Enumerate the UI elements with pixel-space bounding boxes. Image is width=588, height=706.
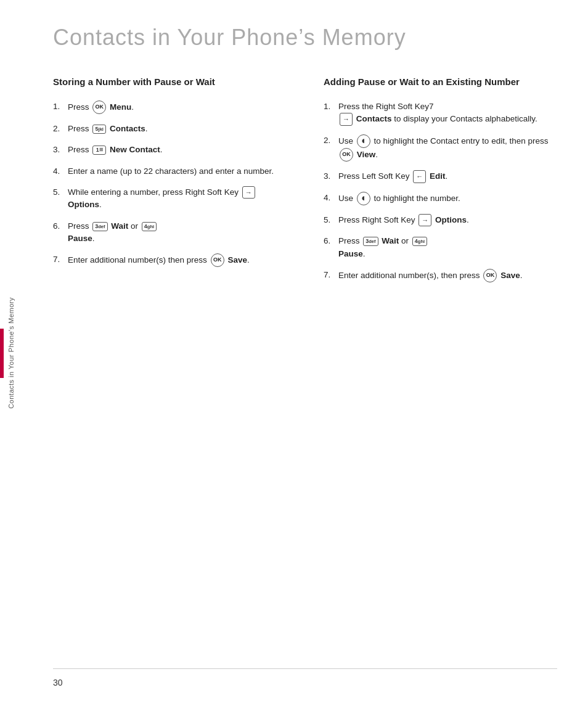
right-soft-key-arrow-r5: → [419,214,431,227]
key-1: 1 ☰ [92,146,106,155]
ok-key-save-r7: OK [483,269,497,282]
left-step-1-content: Press OK Menu. [68,101,287,114]
contacts-label-r1: Contacts [356,114,392,123]
key-3def-r6: 3 def [363,237,378,246]
key-3def: 3 def [92,222,107,231]
wait-label-r6: Wait [382,236,399,245]
right-step-7-content: Enter additional number(s), then press O… [338,269,557,282]
left-soft-key-arrow-r3: ← [413,170,426,183]
options-label-r5: Options [435,215,467,224]
left-step-3-num: 3. [53,144,68,156]
nav-key-r2: ◖ [357,134,370,148]
right-step-2-content: Use ◖ to highlight the Contact entry to … [338,134,557,162]
right-step-4-num: 4. [324,192,338,205]
left-section-heading: Storing a Number with Pause or Wait [53,75,287,88]
left-step-5-content: While entering a number, press Right Sof… [68,186,287,211]
new-contact-label: New Contact [110,145,160,154]
right-step-7-num: 7. [324,269,338,282]
key-4ghi-r6: 4 ghi [412,237,427,246]
page-title: Contacts in Your Phone’s Memory [53,25,557,51]
edit-label: Edit [430,171,446,181]
right-step-6-content: Press 3 def Wait or 4 ghi Pause. [338,235,557,260]
left-step-7-content: Enter additional number(s) then press OK… [68,253,287,267]
right-step-3: 3. Press Left Soft Key ← Edit. [324,170,557,183]
left-step-4-content: Enter a name (up to 22 characters) and e… [68,165,287,178]
right-step-6: 6. Press 3 def Wait or 4 ghi Pause. [324,235,557,260]
ok-key-save: OK [211,253,224,267]
save-label-r7: Save [500,270,520,279]
view-label: View [357,150,376,159]
right-column: Adding Pause or Wait to an Existing Numb… [324,75,557,291]
right-step-4: 4. Use ◖ to highlight the number. [324,192,557,205]
left-step-5-num: 5. [53,186,68,211]
left-step-5: 5. While entering a number, press Right … [53,186,287,211]
left-step-list: 1. Press OK Menu. 2. Press 5 jkl Contact… [53,101,287,267]
right-step-5: 5. Press Right Soft Key → Options. [324,214,557,227]
left-step-2: 2. Press 5 jkl Contacts. [53,123,287,135]
columns-container: Storing a Number with Pause or Wait 1. P… [53,75,557,291]
wait-label: Wait [111,221,128,231]
sidebar-label-container: Contacts in Your Phone's Memory [0,0,22,706]
left-step-4-num: 4. [53,165,68,178]
left-step-7-num: 7. [53,253,68,267]
right-step-7: 7. Enter additional number(s), then pres… [324,269,557,282]
right-soft-key-arrow-5: → [242,186,255,199]
right-step-2-num: 2. [324,134,338,162]
right-step-2: 2. Use ◖ to highlight the Contact entry … [324,134,557,162]
right-step-5-content: Press Right Soft Key → Options. [338,214,557,227]
right-step-1-content: Press the Right Soft Key7 → Contacts to … [338,101,557,126]
page-number: 30 [53,678,63,688]
left-step-6-content: Press 3 def Wait or 4 ghi Pause. [68,220,287,245]
bottom-divider [53,668,557,669]
left-step-3-content: Press 1 ☰ New Contact. [68,144,287,156]
left-column: Storing a Number with Pause or Wait 1. P… [53,75,287,291]
left-step-7: 7. Enter additional number(s) then press… [53,253,287,267]
right-step-3-content: Press Left Soft Key ← Edit. [338,170,557,183]
ok-key-view: OK [340,148,353,162]
key-4ghi: 4 ghi [142,222,157,231]
pause-label: Pause [68,234,92,243]
left-step-2-content: Press 5 jkl Contacts. [68,123,287,135]
right-step-3-num: 3. [324,170,338,183]
right-section-heading: Adding Pause or Wait to an Existing Numb… [324,75,557,88]
contacts-label: Contacts [110,124,145,133]
left-step-4: 4. Enter a name (up to 22 characters) an… [53,165,287,178]
right-step-6-num: 6. [324,235,338,260]
menu-label: Menu [110,102,131,112]
left-step-1-num: 1. [53,101,68,114]
ok-key-icon: OK [92,101,106,114]
right-step-4-content: Use ◖ to highlight the number. [338,192,557,205]
save-label: Save [227,255,247,265]
left-step-2-num: 2. [53,123,68,135]
sidebar-text: Contacts in Your Phone's Memory [7,297,15,409]
left-step-1: 1. Press OK Menu. [53,101,287,114]
right-soft-key-arrow-r1: → [340,113,353,126]
right-step-5-num: 5. [324,214,338,227]
main-content: Contacts in Your Phone’s Memory Storing … [22,0,588,706]
right-step-1-num: 1. [324,101,338,126]
left-step-3: 3. Press 1 ☰ New Contact. [53,144,287,156]
right-step-list: 1. Press the Right Soft Key7 → Contacts … [324,101,557,282]
right-step-1: 1. Press the Right Soft Key7 → Contacts … [324,101,557,126]
key-5jkl: 5 jkl [92,125,106,134]
options-label-5: Options [68,200,99,209]
pause-label-r6: Pause [338,249,363,258]
left-step-6-num: 6. [53,220,68,245]
left-step-6: 6. Press 3 def Wait or 4 ghi Pause. [53,220,287,245]
nav-key-r4: ◖ [357,192,370,205]
